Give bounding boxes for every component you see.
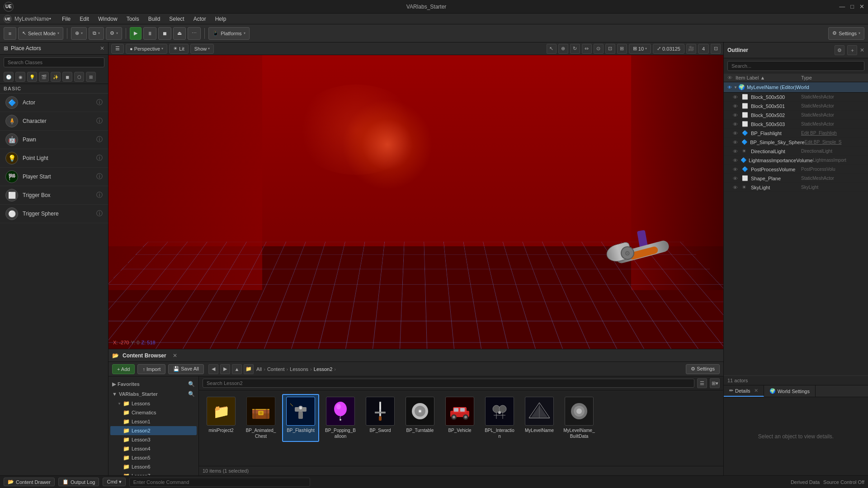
- filter-recent[interactable]: 🕐: [4, 72, 14, 82]
- actor-item-trigger-sphere[interactable]: ⚪ Trigger Sphere ⓘ: [0, 205, 108, 223]
- asset-mylevelname-builtdata[interactable]: MyLevelName_BuiltData: [561, 394, 598, 442]
- cb-folder-lesson1[interactable]: 📁 Lesson1: [110, 417, 197, 426]
- transform-btn[interactable]: ⊕ ▾: [71, 27, 87, 40]
- breadcrumb-content[interactable]: Content: [267, 366, 285, 372]
- cb-view-btn[interactable]: ⊞▾: [710, 378, 720, 388]
- cb-save-all-btn[interactable]: 💾 Save All: [168, 364, 204, 374]
- outliner-search-input[interactable]: [727, 61, 864, 71]
- output-log-btn[interactable]: 📋 Output Log: [58, 478, 99, 486]
- close-btn[interactable]: ✕: [859, 3, 864, 10]
- cb-favorites-section[interactable]: ▶ Favorites 🔍: [108, 379, 198, 389]
- content-drawer-btn[interactable]: 📂 Content Drawer: [4, 478, 55, 486]
- extra-btn[interactable]: ⋯: [188, 27, 201, 40]
- outliner-options-btn[interactable]: ⚙: [835, 45, 844, 55]
- actor-item-pawn[interactable]: 🤖 Pawn ⓘ: [0, 131, 108, 149]
- outliner-item-block503[interactable]: 👁 ⬜ Block_500x503 StaticMeshActor: [724, 120, 868, 129]
- move-tool-btn[interactable]: ↖: [547, 44, 557, 54]
- varlabs-search-icon[interactable]: 🔍: [188, 391, 195, 397]
- asset-bp-vehicle[interactable]: BP_Vehicle: [441, 394, 478, 442]
- asset-bpl-interaction[interactable]: BPL_Interaction: [481, 394, 518, 442]
- camera-btn[interactable]: 🎥: [686, 44, 696, 54]
- lit-btn[interactable]: ☀ Lit: [169, 44, 189, 54]
- rotate-tool-btn[interactable]: ↻: [570, 44, 580, 54]
- console-command-input[interactable]: [129, 478, 310, 487]
- cb-back-btn[interactable]: ◀: [208, 364, 218, 374]
- outliner-close-btn[interactable]: ✕: [860, 47, 864, 53]
- menu-edit[interactable]: Edit: [76, 15, 93, 23]
- search-classes-input[interactable]: [4, 57, 104, 67]
- details-tab-world-settings[interactable]: 🌍 World Settings: [764, 385, 816, 397]
- cb-folder-lessons[interactable]: ▼ 📁 Lessons: [110, 399, 197, 408]
- filter-volumes[interactable]: ⬡: [74, 72, 84, 82]
- breadcrumb-lessons[interactable]: Lessons: [290, 366, 308, 372]
- asset-miniproject2[interactable]: 📁 miniProject2: [203, 394, 240, 442]
- outliner-item-block500[interactable]: 👁 ⬜ Block_500x500 StaticMeshActor: [724, 93, 868, 102]
- icon-count-btn[interactable]: 4: [698, 44, 709, 54]
- actor-info-actor[interactable]: ⓘ: [96, 99, 103, 107]
- scale-size-btn[interactable]: ⤢ 0.03125: [653, 44, 684, 54]
- cb-up-btn[interactable]: ▲: [232, 364, 242, 374]
- menu-file[interactable]: File: [58, 15, 74, 23]
- play-btn[interactable]: ▶: [130, 27, 142, 40]
- actor-item-trigger-box[interactable]: ⬜ Trigger Box ⓘ: [0, 186, 108, 205]
- filter-shapes[interactable]: ◉: [15, 72, 25, 82]
- details-tab-close[interactable]: ✕: [754, 388, 758, 394]
- menu-build[interactable]: Build: [145, 15, 164, 23]
- actor-item-point-light[interactable]: 💡 Point Light ⓘ: [0, 149, 108, 168]
- asset-mylevelname[interactable]: MyLevelName: [521, 394, 558, 442]
- translate-tool-btn[interactable]: ⊕: [558, 44, 568, 54]
- viewport[interactable]: ⚙ X: -270 Y: 0 Z: 518: [108, 55, 723, 349]
- outliner-item-skylight[interactable]: 👁 ☀ SkyLight SkyLight: [724, 183, 868, 192]
- cb-close[interactable]: ✕: [173, 352, 177, 359]
- outliner-item-flashlight[interactable]: 👁 🔷 BP_Flashlight Edit BP_Flashligh: [724, 129, 868, 138]
- menu-tools[interactable]: Tools: [123, 15, 143, 23]
- maximize-btn[interactable]: □: [850, 3, 854, 10]
- actor-item-player-start[interactable]: 🏁 Player Start ⓘ: [0, 168, 108, 186]
- outliner-item-skysphere[interactable]: 👁 🔷 BP_Simple_Sky_Sphere Edit BP_Simple_…: [724, 138, 868, 147]
- actor-info-player-start[interactable]: ⓘ: [96, 173, 103, 181]
- show-btn[interactable]: Show ▾: [190, 44, 214, 54]
- actor-info-point-light[interactable]: ⓘ: [96, 154, 103, 162]
- cb-folder-lesson2[interactable]: 📁 Lesson2: [110, 426, 197, 435]
- asset-bp-balloon[interactable]: BP_Popping_Balloon: [322, 394, 359, 442]
- cb-folder-lesson5[interactable]: 📁 Lesson5: [110, 453, 197, 462]
- cb-folder-lesson3[interactable]: 📁 Lesson3: [110, 435, 197, 444]
- source-control-label[interactable]: Source Control Off: [823, 479, 864, 485]
- asset-bp-flashlight[interactable]: BP_Flashlight: [282, 394, 319, 442]
- derived-data-label[interactable]: Derived Data: [791, 479, 820, 485]
- actor-info-character[interactable]: ⓘ: [96, 117, 103, 125]
- build-btn[interactable]: ⚙ ▾: [106, 27, 122, 40]
- cb-import-btn[interactable]: ↑ Import: [137, 364, 165, 374]
- outliner-item-dirlight[interactable]: 👁 ☀ DirectionalLight DirectionalLight: [724, 147, 868, 156]
- grid-size-btn[interactable]: ⊞ 10 ▾: [629, 44, 651, 54]
- cb-forward-btn[interactable]: ▶: [220, 364, 230, 374]
- snap-btn[interactable]: ⧉ ▾: [89, 27, 104, 40]
- cb-folder-lesson6[interactable]: 📁 Lesson6: [110, 462, 197, 471]
- filter-lights[interactable]: 💡: [27, 72, 37, 82]
- outliner-item-block501[interactable]: 👁 ⬜ Block_500x501 StaticMeshActor: [724, 102, 868, 111]
- outliner-item-postprocess[interactable]: 👁 🔷 PostProcessVolume PostProcessVolu: [724, 165, 868, 174]
- menu-window[interactable]: Window: [94, 15, 121, 23]
- platforms-btn[interactable]: 📱 Platforms ▾: [208, 27, 249, 40]
- item-type-skysphere[interactable]: Edit BP_Simple_S: [805, 140, 864, 145]
- filter-visual[interactable]: ✨: [51, 72, 61, 82]
- pause-btn[interactable]: ⏸: [143, 27, 156, 40]
- filter-all[interactable]: ⊞: [86, 72, 96, 82]
- outliner-add-btn[interactable]: ＋: [847, 45, 857, 55]
- modes-icon-btn[interactable]: ≡: [4, 27, 16, 40]
- outliner-root-item[interactable]: 👁 ▼ 🌍 MyLevelName (Editor) World: [724, 82, 868, 93]
- menu-select[interactable]: Select: [165, 15, 188, 23]
- actor-info-trigger-sphere[interactable]: ⓘ: [96, 210, 103, 218]
- outliner-item-block502[interactable]: 👁 ⬜ Block_500x502 StaticMeshActor: [724, 111, 868, 120]
- breadcrumb-all[interactable]: All: [256, 366, 262, 372]
- cb-search-input[interactable]: [203, 379, 694, 388]
- breadcrumb-lesson2[interactable]: Lesson2: [314, 366, 333, 372]
- eject-btn[interactable]: ⏏: [173, 27, 186, 40]
- cb-add-btn[interactable]: + Add: [112, 364, 135, 374]
- actor-item-actor[interactable]: 🔷 Actor ⓘ: [0, 94, 108, 112]
- filter-geometry[interactable]: ◼: [62, 72, 72, 82]
- select-mode-btn[interactable]: ↖ Select Mode ▾: [18, 27, 63, 40]
- stop-btn[interactable]: ⏹: [158, 27, 171, 40]
- asset-bp-sword[interactable]: BP_Sword: [362, 394, 399, 442]
- actor-info-pawn[interactable]: ⓘ: [96, 136, 103, 144]
